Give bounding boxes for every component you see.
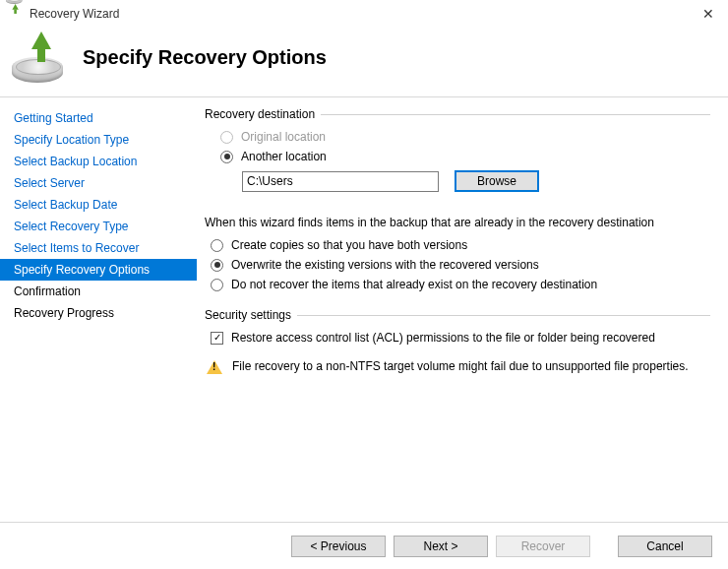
step-confirmation: Confirmation <box>0 281 197 302</box>
radio-icon <box>211 259 223 272</box>
radio-overwrite[interactable]: Overwrite the existing versions with the… <box>205 255 710 275</box>
radio-original-location: Original location <box>214 127 710 147</box>
app-icon <box>8 6 24 22</box>
step-select-backup-location[interactable]: Select Backup Location <box>0 151 197 172</box>
radio-label: Another location <box>241 150 327 163</box>
warning-row: File recovery to a non-NTFS target volum… <box>205 359 710 374</box>
radio-icon <box>220 151 233 163</box>
content-panel: Recovery destination Original location A… <box>197 97 728 523</box>
radio-another-location[interactable]: Another location <box>214 147 710 166</box>
group-separator <box>321 114 710 115</box>
radio-label: Create copies so that you have both vers… <box>231 238 467 252</box>
cancel-button[interactable]: Cancel <box>618 536 712 557</box>
radio-icon <box>211 239 223 252</box>
radio-icon <box>220 131 233 144</box>
checkbox-icon: ✓ <box>211 332 223 345</box>
checkbox-restore-acl[interactable]: ✓ Restore access control list (ACL) perm… <box>205 328 710 348</box>
header: Specify Recovery Options <box>0 28 728 96</box>
warning-icon <box>207 360 222 374</box>
recover-button: Recover <box>496 536 590 557</box>
page-title: Specify Recovery Options <box>83 46 327 69</box>
destination-group-label: Recovery destination <box>205 107 315 121</box>
security-group-label: Security settings <box>205 308 291 322</box>
browse-button[interactable]: Browse <box>455 170 539 192</box>
recovery-path-input[interactable] <box>242 171 439 192</box>
radio-label: Original location <box>241 130 326 144</box>
step-select-backup-date[interactable]: Select Backup Date <box>0 194 197 216</box>
radio-icon <box>211 279 223 291</box>
wizard-footer: < Previous Next > Recover Cancel <box>0 522 728 569</box>
next-button[interactable]: Next > <box>394 536 488 557</box>
step-select-server[interactable]: Select Server <box>0 172 197 194</box>
conflict-group-label: When this wizard finds items in the back… <box>205 216 654 229</box>
step-recovery-progress: Recovery Progress <box>0 302 197 324</box>
checkbox-label: Restore access control list (ACL) permis… <box>231 331 655 345</box>
recovery-icon <box>12 32 63 83</box>
group-separator <box>297 315 710 316</box>
close-icon[interactable]: ✕ <box>697 4 720 24</box>
radio-label: Do not recover the items that already ex… <box>231 278 597 291</box>
step-specify-location-type[interactable]: Specify Location Type <box>0 129 197 151</box>
radio-label: Overwrite the existing versions with the… <box>231 258 539 272</box>
step-select-items-to-recover[interactable]: Select Items to Recover <box>0 237 197 259</box>
window-title: Recovery Wizard <box>30 7 697 21</box>
step-getting-started[interactable]: Getting Started <box>0 107 197 129</box>
radio-do-not-recover[interactable]: Do not recover the items that already ex… <box>205 275 710 294</box>
previous-button[interactable]: < Previous <box>291 536 386 557</box>
wizard-steps-sidebar: Getting Started Specify Location Type Se… <box>0 97 197 523</box>
step-specify-recovery-options[interactable]: Specify Recovery Options <box>0 259 197 281</box>
titlebar: Recovery Wizard ✕ <box>0 0 728 28</box>
warning-text: File recovery to a non-NTFS target volum… <box>232 359 689 373</box>
radio-create-copies[interactable]: Create copies so that you have both vers… <box>205 235 710 255</box>
step-select-recovery-type[interactable]: Select Recovery Type <box>0 216 197 237</box>
